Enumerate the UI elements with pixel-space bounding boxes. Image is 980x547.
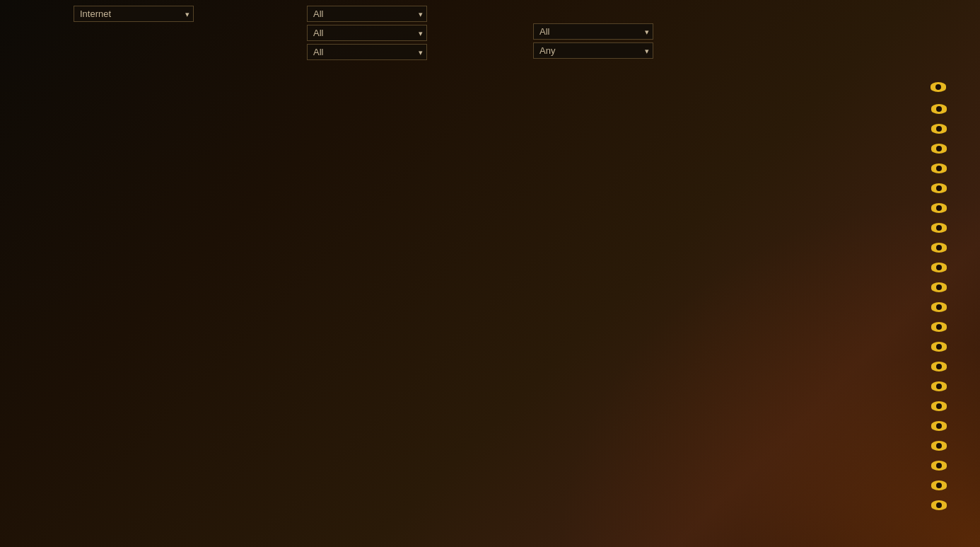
population-select[interactable]: All bbox=[533, 23, 653, 40]
population-select-wrapper[interactable]: All bbox=[533, 23, 653, 40]
region-select[interactable]: All America EU Asia Oceania LATAM bbox=[307, 44, 427, 60]
map-select-wrapper[interactable]: Any The Exiled Lands The Isle of Siptah bbox=[533, 42, 653, 59]
map-name-select[interactable]: Any The Exiled Lands The Isle of Siptah bbox=[533, 42, 653, 59]
combat-select-wrapper[interactable]: All PvE PvP PvE-C bbox=[307, 6, 427, 22]
combat-mode-select[interactable]: All PvE PvP PvE-C bbox=[307, 6, 427, 22]
community-select[interactable]: All bbox=[307, 25, 427, 41]
background-fire bbox=[556, 193, 980, 547]
community-select-wrapper[interactable]: All bbox=[307, 25, 427, 41]
filter-select[interactable]: Internet LAN History Favorites bbox=[74, 6, 194, 22]
main-container: Filter Internet LAN History Favorites Se… bbox=[0, 0, 980, 547]
region-select-wrapper[interactable]: All America EU Asia Oceania LATAM bbox=[307, 44, 427, 60]
filter-select-wrapper[interactable]: Internet LAN History Favorites bbox=[74, 6, 194, 22]
